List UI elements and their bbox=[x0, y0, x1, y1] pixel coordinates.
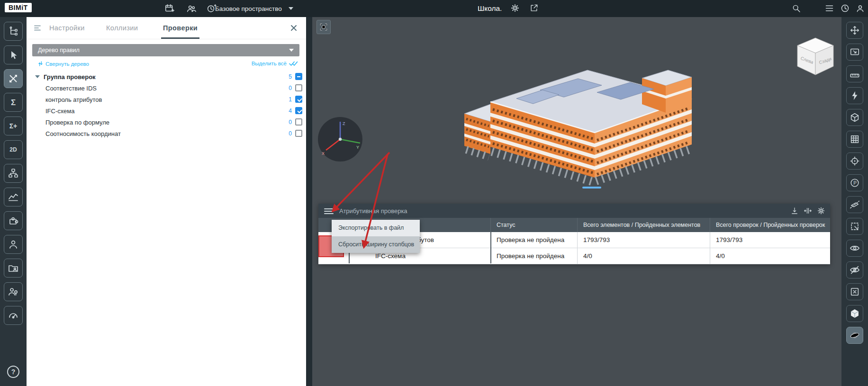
project-title: Школа. bbox=[478, 4, 502, 13]
selection-box-icon[interactable] bbox=[846, 218, 863, 235]
rules-tree-section-header[interactable]: Дерево правил bbox=[32, 44, 299, 56]
dashboard-gauge-icon[interactable] bbox=[4, 306, 23, 325]
orbit-rotate-icon[interactable] bbox=[846, 327, 863, 344]
tab-collisions-label: Коллизии bbox=[106, 24, 138, 32]
table-menu-icon[interactable] bbox=[324, 207, 334, 215]
search-icon[interactable] bbox=[790, 3, 802, 14]
section-collapse-icon bbox=[289, 49, 294, 52]
tree-item-label: Соотносимость координат bbox=[45, 130, 121, 137]
plugins-puzzle-icon[interactable] bbox=[4, 211, 23, 230]
column-header-checks[interactable]: Всего проверок / Пройденных проверок bbox=[710, 218, 830, 232]
tab-checks[interactable]: Проверки bbox=[163, 17, 198, 39]
structure-tree-icon[interactable] bbox=[4, 22, 23, 41]
viewport-3d[interactable]: Слева Сзади bbox=[312, 17, 841, 386]
select-all-link[interactable]: Выделить всё bbox=[252, 61, 298, 66]
screen-fit-icon[interactable] bbox=[846, 44, 863, 61]
help-glyph: ? bbox=[11, 368, 16, 376]
show-eye-icon[interactable] bbox=[846, 240, 863, 257]
tree-item-ifc-schema[interactable]: IFC-схема 4 bbox=[27, 105, 306, 117]
table-settings-gear-icon[interactable] bbox=[817, 206, 825, 215]
collapse-tree-link[interactable]: Свернуть дерево bbox=[38, 61, 89, 67]
tree-item-count: 0 bbox=[289, 130, 292, 137]
pan-move-icon[interactable] bbox=[846, 22, 863, 39]
topbar: BIMiT Базовое пространство Школа. bbox=[0, 0, 868, 17]
workspace-label: Базовое пространство bbox=[215, 5, 282, 12]
column-divider bbox=[490, 232, 491, 263]
fit-view-icon[interactable] bbox=[316, 20, 331, 34]
tree-item-ids[interactable]: Соответствие IDS 0 bbox=[27, 82, 306, 94]
tree-item-checkbox[interactable] bbox=[295, 118, 302, 126]
workspace-selector[interactable]: Базовое пространство bbox=[215, 0, 293, 17]
tab-collisions[interactable]: Коллизии bbox=[106, 17, 138, 39]
hierarchy-icon[interactable] bbox=[4, 164, 23, 183]
panel-dock-icon[interactable] bbox=[33, 24, 42, 34]
tree-item-checkbox[interactable] bbox=[295, 96, 302, 103]
right-tool-rail: P bbox=[841, 17, 868, 386]
tree-item-checkbox[interactable] bbox=[295, 73, 302, 80]
tree-item-count: 5 bbox=[289, 73, 292, 80]
user-icon[interactable] bbox=[4, 235, 23, 254]
clear-selection-icon[interactable] bbox=[846, 283, 863, 300]
measure-ruler-icon[interactable] bbox=[846, 65, 863, 82]
select-cursor-icon[interactable] bbox=[4, 45, 23, 64]
model-cube-icon[interactable] bbox=[846, 109, 863, 126]
isolate-object-icon[interactable] bbox=[846, 305, 863, 322]
quick-mode-bolt-icon[interactable] bbox=[846, 87, 863, 104]
tree-item-label: Соответствие IDS bbox=[45, 85, 97, 92]
account-icon[interactable] bbox=[854, 3, 866, 14]
clash-detection-icon[interactable] bbox=[4, 69, 23, 88]
sum-add-icon[interactable]: Σ+ bbox=[4, 117, 23, 135]
help-icon[interactable]: ? bbox=[7, 366, 19, 378]
user-location-icon[interactable] bbox=[4, 282, 23, 301]
recent-history-icon[interactable] bbox=[839, 3, 850, 14]
tree-item-coordinates[interactable]: Соотносимость координат 0 bbox=[27, 128, 306, 139]
close-panel-icon[interactable] bbox=[289, 23, 298, 34]
share-icon[interactable] bbox=[528, 3, 540, 14]
tree-item-checkbox[interactable] bbox=[295, 107, 302, 114]
grid-table-icon[interactable] bbox=[846, 131, 863, 148]
panel-resize-handle[interactable] bbox=[582, 187, 601, 189]
analytics-chart-icon[interactable] bbox=[4, 188, 23, 206]
plan-glyph: P bbox=[853, 180, 857, 186]
locate-target-icon[interactable] bbox=[846, 153, 863, 170]
tree-item-checkbox[interactable] bbox=[295, 130, 302, 137]
fit-height-icon[interactable] bbox=[790, 206, 799, 215]
cell-elements: 4/0 bbox=[578, 248, 710, 264]
table-context-menu: Экспортировать в файл Сбросить ширину ст… bbox=[332, 220, 420, 253]
view-2d-icon[interactable]: 2D bbox=[4, 140, 23, 159]
2d-glyph: 2D bbox=[9, 147, 17, 153]
tree-expand-icon[interactable] bbox=[35, 75, 40, 78]
attribute-check-title: Атрибутивная проверка bbox=[339, 207, 407, 215]
issues-calendar-icon[interactable] bbox=[164, 3, 175, 14]
plan-view-icon[interactable]: P bbox=[846, 174, 863, 191]
menu-item-reset-column-widths[interactable]: Сбросить ширину столбцов bbox=[332, 236, 420, 253]
menu-item-export-to-file[interactable]: Экспортировать в файл bbox=[332, 220, 420, 236]
project-group: Школа. bbox=[478, 0, 540, 17]
tree-item-label: IFC-схема bbox=[45, 108, 75, 115]
gizmo-z-label: Z bbox=[343, 121, 345, 126]
cell-elements: 1793/793 bbox=[578, 232, 710, 248]
gizmo-x-label: X bbox=[322, 151, 325, 156]
select-all-label: Выделить всё bbox=[252, 61, 287, 66]
tree-item-count: 0 bbox=[289, 119, 292, 126]
project-settings-gear-icon[interactable] bbox=[509, 3, 521, 14]
shared-folder-icon[interactable] bbox=[4, 259, 23, 278]
orientation-gizmo[interactable]: Z X Y bbox=[316, 116, 364, 163]
column-header-status[interactable]: Статус bbox=[491, 218, 578, 232]
sum-checks-icon[interactable]: Σ bbox=[4, 93, 23, 112]
team-icon[interactable] bbox=[186, 3, 197, 14]
building-model bbox=[445, 57, 711, 199]
attribute-check-header: Атрибутивная проверка bbox=[318, 204, 830, 218]
section-plane-icon[interactable] bbox=[846, 196, 863, 213]
section-header-label: Дерево правил bbox=[38, 47, 80, 54]
fit-columns-icon[interactable] bbox=[804, 206, 812, 215]
tree-item-attributes[interactable]: контроль атрибутов 1 bbox=[27, 94, 306, 105]
tree-item-formula[interactable]: Проверка по формуле 0 bbox=[27, 117, 306, 128]
view-cube[interactable]: Слева Сзади bbox=[794, 34, 837, 78]
tree-item-group[interactable]: Группа проверок 5 bbox=[27, 71, 306, 82]
list-menu-icon[interactable] bbox=[823, 3, 835, 14]
column-header-elements[interactable]: Всего элементов / Пройденных элементов bbox=[578, 218, 710, 232]
tab-settings[interactable]: Настройки bbox=[49, 17, 85, 39]
tree-item-checkbox[interactable] bbox=[295, 84, 302, 91]
hide-eye-off-icon[interactable] bbox=[846, 261, 863, 278]
